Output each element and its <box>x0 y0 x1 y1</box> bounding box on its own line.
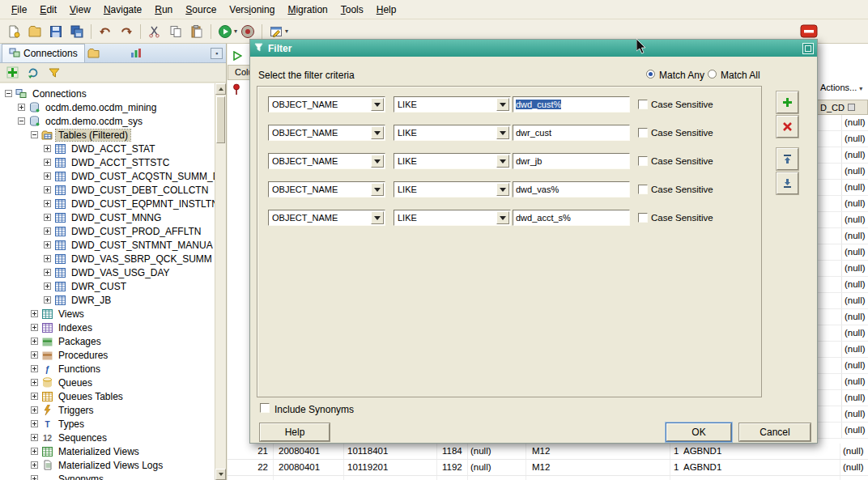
tree-node-dwd-cust-debt-collctn[interactable]: DWD_CUST_DEBT_COLLCTN <box>0 183 215 197</box>
tree-toggle-icon[interactable] <box>31 461 38 469</box>
grid-cell-null[interactable]: (null) <box>845 344 866 354</box>
chevron-down-icon[interactable] <box>496 98 509 111</box>
ok-button[interactable]: OK <box>666 423 731 441</box>
copy-icon[interactable] <box>166 22 185 41</box>
case-sensitive-checkbox[interactable] <box>638 156 648 166</box>
filter-operator-select[interactable]: LIKE <box>394 181 511 198</box>
menu-tools[interactable]: Tools <box>334 2 370 18</box>
menu-edit[interactable]: Edit <box>33 2 63 18</box>
grid-cell[interactable]: (null) <box>470 446 491 456</box>
grid-cell-null[interactable]: (null) <box>845 198 866 208</box>
case-sensitive-checkbox[interactable] <box>638 213 648 223</box>
tree-toggle-icon[interactable] <box>44 172 51 180</box>
grid-cell[interactable]: 1192 <box>442 462 462 472</box>
tree-node-queues-tables[interactable]: Queues Tables <box>0 389 215 403</box>
tree-toggle-icon[interactable] <box>31 393 38 400</box>
tree-toggle-icon[interactable] <box>31 379 38 386</box>
row-number-cell[interactable]: 22 <box>228 462 268 472</box>
grid-cell[interactable]: (null) <box>843 462 864 472</box>
chevron-down-icon[interactable] <box>496 183 509 196</box>
grid-cell-null[interactable]: (null) <box>845 312 866 321</box>
grid-cell[interactable]: M12 <box>532 446 550 456</box>
chevron-down-icon[interactable] <box>371 126 384 139</box>
grid-cell-null[interactable]: (null) <box>845 295 866 305</box>
scroll-up-icon[interactable] <box>215 83 226 95</box>
filter-operator-select[interactable]: LIKE <box>394 210 511 226</box>
grid-cell-null[interactable]: (null) <box>845 231 866 240</box>
menu-run[interactable]: Run <box>148 2 179 18</box>
filter-operator-select[interactable]: LIKE <box>394 153 511 169</box>
menu-source[interactable]: Source <box>179 2 223 18</box>
tree-toggle-icon[interactable] <box>31 365 38 372</box>
grid-cell[interactable]: 1 <box>674 446 679 456</box>
tree-toggle-icon[interactable] <box>44 255 51 262</box>
new-file-icon[interactable] <box>4 22 23 41</box>
menu-help[interactable]: Help <box>370 2 403 18</box>
paste-icon[interactable] <box>187 22 206 41</box>
collapse-panel-button[interactable]: ▪ <box>211 48 223 59</box>
tree-toggle-icon[interactable] <box>31 448 38 455</box>
filter-value-input[interactable]: dwd_vas% <box>513 181 630 198</box>
tree-node-functions[interactable]: ƒFunctions <box>0 362 215 376</box>
menu-view[interactable]: View <box>63 2 97 18</box>
tree-node-dwr-cust[interactable]: DWR_CUST <box>0 279 215 293</box>
tree-toggle-icon[interactable] <box>44 227 51 235</box>
tree-node-indexes[interactable]: Indexes <box>0 321 215 334</box>
grid-cell-null[interactable]: (null) <box>845 263 866 273</box>
tree-toggle-icon[interactable] <box>31 310 38 317</box>
filter-value-input[interactable]: dwd_acct_s% <box>513 210 630 226</box>
grid-cell-null[interactable]: (null) <box>845 166 866 176</box>
grid-cell-null[interactable]: (null) <box>845 117 866 127</box>
dialog-restore-icon[interactable] <box>802 43 814 54</box>
grid-cell-null[interactable]: (null) <box>845 360 866 370</box>
filter-value-input[interactable]: dwr_jb <box>513 153 630 169</box>
reports-tab-icon[interactable] <box>127 45 145 62</box>
grid-cell[interactable]: (null) <box>843 446 864 456</box>
menu-file[interactable]: File <box>5 2 33 18</box>
tree-node-tables-filtered-[interactable]: Tables (Filtered) <box>0 128 215 142</box>
case-sensitive-checkbox[interactable] <box>638 128 648 138</box>
chevron-down-icon[interactable] <box>371 155 384 168</box>
files-tab-folder-icon[interactable] <box>85 45 103 62</box>
tree-toggle-icon[interactable] <box>44 200 51 207</box>
menu-versioning[interactable]: Versioning <box>223 2 281 18</box>
case-sensitive-checkbox[interactable] <box>638 185 648 194</box>
grid-cell-null[interactable]: (null) <box>845 150 866 159</box>
tree-toggle-icon[interactable] <box>44 145 51 152</box>
filter-column-select[interactable]: OBJECT_NAME <box>268 96 385 113</box>
tree-node-ocdm-demo-ocdm-mining[interactable]: ocdm.demo.ocdm_mining <box>0 100 215 114</box>
grid-cell-null[interactable]: (null) <box>845 393 866 402</box>
match-any-radio[interactable] <box>646 70 655 79</box>
tree-toggle-icon[interactable] <box>44 214 51 221</box>
tree-node-procedures[interactable]: Procedures <box>0 348 215 362</box>
tree-toggle-icon[interactable] <box>44 269 51 276</box>
undo-icon[interactable] <box>96 22 115 41</box>
grid-cell-null[interactable]: (null) <box>845 376 866 386</box>
redo-icon[interactable] <box>117 22 136 41</box>
tree-node-views[interactable]: Views <box>0 307 215 321</box>
filter-column-select[interactable]: OBJECT_NAME <box>268 125 385 141</box>
tree-node-dwd-cust-acqstn-summ-d[interactable]: DWD_CUST_ACQSTN_SUMM_D <box>0 169 215 183</box>
tree-node-packages[interactable]: Packages <box>0 334 215 348</box>
tree-toggle-icon[interactable] <box>18 104 25 111</box>
worksheet-icon[interactable] <box>266 22 286 41</box>
add-row-button[interactable] <box>777 91 798 113</box>
chevron-down-icon[interactable] <box>371 211 384 224</box>
tree-toggle-icon[interactable] <box>31 420 38 427</box>
menu-migration[interactable]: Migration <box>281 2 334 18</box>
tree-node-dwd-cust-sntmnt-manua[interactable]: DWD_CUST_SNTMNT_MANUA <box>0 238 215 252</box>
chevron-down-icon[interactable] <box>496 211 509 224</box>
tree-node-dwr-jb[interactable]: DWR_JB <box>0 293 215 307</box>
worksheet-caret-icon[interactable]: ▾ <box>285 28 288 35</box>
grid-cell[interactable]: 10119201 <box>347 462 388 472</box>
tree-node-types[interactable]: TTypes <box>0 417 215 431</box>
chevron-down-icon[interactable] <box>371 98 384 111</box>
grid-cell[interactable]: 20080401 <box>279 446 320 456</box>
grid-cell[interactable]: 1184 <box>442 446 462 456</box>
move-bottom-button[interactable] <box>777 172 798 194</box>
tree-toggle-icon[interactable] <box>44 282 51 290</box>
save-all-icon[interactable] <box>67 22 87 41</box>
run-caret-icon[interactable]: ▾ <box>234 28 237 35</box>
tree-toggle-icon[interactable] <box>31 434 38 441</box>
tree-toggle-icon[interactable] <box>31 475 38 480</box>
